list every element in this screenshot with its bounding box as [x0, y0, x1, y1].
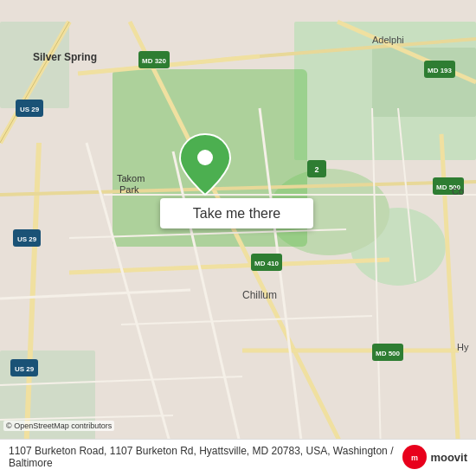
- svg-text:m: m: [411, 453, 418, 462]
- svg-text:Chillum: Chillum: [242, 289, 277, 301]
- svg-text:US 29: US 29: [20, 106, 40, 113]
- svg-point-56: [197, 150, 213, 165]
- map-container: US 29 US 29 US 29 MD 320 MD 193 MD 410 M…: [0, 0, 476, 476]
- svg-text:MD 320: MD 320: [142, 57, 167, 65]
- moovit-icon: m: [402, 445, 427, 469]
- svg-text:2: 2: [314, 165, 318, 174]
- moovit-text: moovit: [430, 451, 467, 464]
- svg-text:US 29: US 29: [15, 365, 35, 373]
- svg-text:Co: Co: [452, 186, 464, 196]
- take-me-there-button[interactable]: Take me there: [160, 198, 313, 228]
- map-svg: US 29 US 29 US 29 MD 320 MD 193 MD 410 M…: [0, 0, 476, 476]
- svg-text:US 29: US 29: [17, 235, 37, 243]
- attribution-text: © OpenStreetMap contributors: [6, 421, 112, 430]
- moovit-logo: m moovit: [402, 445, 467, 469]
- svg-text:MD 193: MD 193: [428, 67, 453, 74]
- svg-text:Takom: Takom: [117, 173, 145, 183]
- svg-text:MD 500: MD 500: [376, 350, 401, 357]
- svg-text:Silver Spring: Silver Spring: [33, 51, 97, 63]
- svg-text:MD 410: MD 410: [254, 260, 280, 267]
- bottom-bar: 1107 Burketon Road, 1107 Burketon Rd, Hy…: [0, 439, 476, 476]
- svg-text:Adelphi: Adelphi: [372, 35, 404, 45]
- svg-text:Hy: Hy: [457, 342, 469, 352]
- address-text: 1107 Burketon Road, 1107 Burketon Rd, Hy…: [9, 445, 402, 469]
- svg-text:Park: Park: [119, 184, 139, 195]
- osm-attribution: © OpenStreetMap contributors: [3, 421, 114, 431]
